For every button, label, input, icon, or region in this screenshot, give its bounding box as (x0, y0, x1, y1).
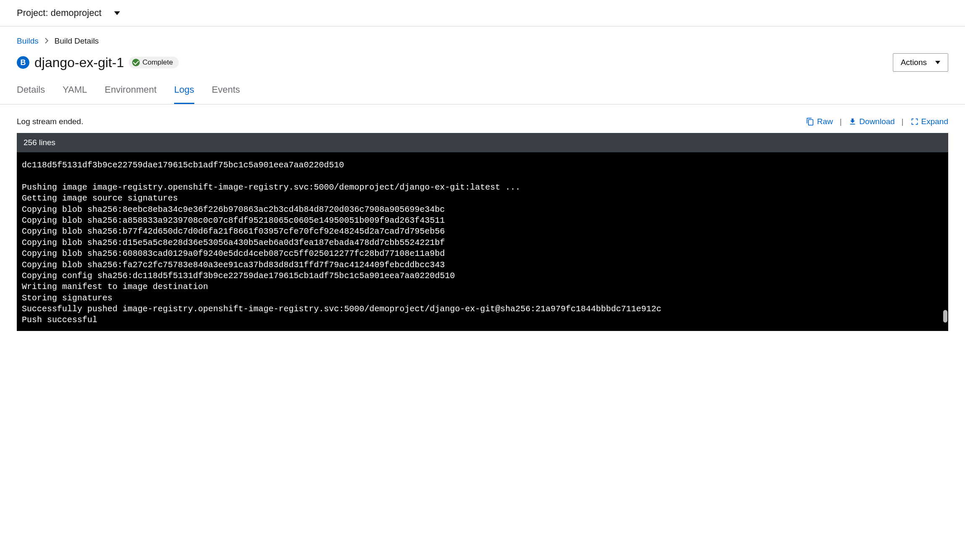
breadcrumb: Builds Build Details (17, 36, 948, 46)
actions-label: Actions (901, 58, 927, 67)
check-circle-icon (132, 59, 140, 66)
chevron-down-icon[interactable] (114, 11, 120, 15)
tab-details[interactable]: Details (17, 81, 45, 104)
download-label: Download (859, 117, 895, 126)
download-link[interactable]: Download (848, 117, 895, 126)
project-bar: Project: demoproject (0, 0, 965, 26)
expand-icon (910, 117, 919, 126)
page-title: django-ex-git-1 (34, 55, 124, 70)
chevron-down-icon (935, 61, 940, 64)
expand-link[interactable]: Expand (910, 117, 948, 126)
project-selector[interactable]: Project: demoproject (17, 8, 102, 18)
build-icon: B (17, 56, 29, 69)
tab-yaml[interactable]: YAML (63, 81, 87, 104)
log-area: Log stream ended. Raw | Download | Expan… (0, 104, 965, 335)
chevron-right-icon (44, 38, 49, 45)
log-line-count: 256 lines (17, 133, 948, 152)
download-icon (848, 117, 857, 126)
title-row: B django-ex-git-1 Complete Actions (17, 53, 948, 72)
vertical-scrollbar-thumb[interactable] (943, 310, 947, 323)
log-top: Log stream ended. Raw | Download | Expan… (17, 117, 948, 126)
breadcrumb-current: Build Details (55, 36, 99, 46)
expand-label: Expand (921, 117, 948, 126)
log-output[interactable]: dc118d5f5131df3b9ce22759dae179615cb1adf7… (17, 152, 948, 331)
log-body-wrap: dc118d5f5131df3b9ce22759dae179615cb1adf7… (17, 152, 948, 331)
separator: | (840, 117, 842, 126)
breadcrumb-root[interactable]: Builds (17, 36, 39, 46)
separator: | (902, 117, 904, 126)
raw-label: Raw (817, 117, 833, 126)
tab-environment[interactable]: Environment (105, 81, 157, 104)
title-left: B django-ex-git-1 Complete (17, 55, 179, 70)
header-area: Builds Build Details B django-ex-git-1 C… (0, 26, 965, 104)
log-status-text: Log stream ended. (17, 117, 83, 126)
log-actions: Raw | Download | Expand (806, 117, 948, 126)
raw-link[interactable]: Raw (806, 117, 833, 126)
tabs: Details YAML Environment Logs Events (17, 81, 948, 104)
tab-events[interactable]: Events (212, 81, 240, 104)
copy-icon (806, 117, 814, 126)
tab-logs[interactable]: Logs (174, 81, 194, 104)
status-badge: Complete (129, 57, 179, 68)
status-label: Complete (142, 58, 173, 67)
actions-button[interactable]: Actions (893, 53, 948, 72)
